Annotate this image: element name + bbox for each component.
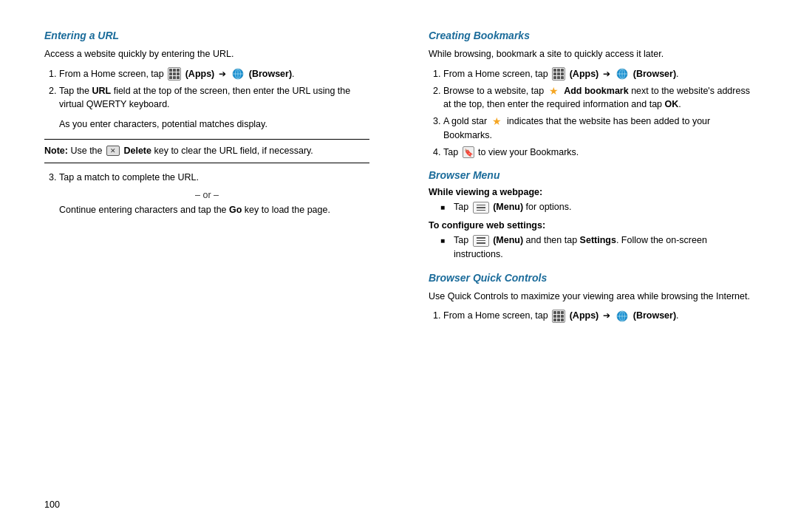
note-box: Note: Use the ✕ Delete key to clear the … xyxy=(44,139,369,163)
apps-icon-1 xyxy=(168,67,181,81)
delete-icon: ✕ xyxy=(106,146,120,156)
apps-label-1: (Apps) xyxy=(185,69,215,79)
configure-web-bullets: Tap (Menu) and then tap Settings. Follow… xyxy=(429,233,754,262)
left-column: Entering a URL Access a website quickly … xyxy=(44,30,384,492)
globe-icon-3 xyxy=(615,310,629,323)
while-viewing-heading: While viewing a webpage: xyxy=(429,187,754,197)
section-entering-url: Entering a URL Access a website quickly … xyxy=(44,30,369,217)
apps-label-3: (Apps) xyxy=(570,310,599,321)
step-1-text: From a Home screen, tap (Apps) ➔ xyxy=(59,69,295,79)
menu-label-1: (Menu) xyxy=(493,202,523,212)
arrow-2: ➔ xyxy=(603,69,610,79)
browser-quick-controls-intro: Use Quick Controls to maximize your view… xyxy=(429,290,754,304)
arrow-1: ➔ xyxy=(219,69,226,79)
note-label: Note: xyxy=(44,146,68,156)
step-3-text: Tap a match to complete the URL. xyxy=(59,172,199,183)
globe-icon-1 xyxy=(231,67,245,81)
menu-lines-2 xyxy=(477,237,485,244)
page-number: 100 xyxy=(44,499,754,510)
step-2: Tap the URL field at the top of the scre… xyxy=(59,84,369,112)
creating-bookmarks-intro: While browsing, bookmark a site to quick… xyxy=(429,47,754,61)
arrow-3: ➔ xyxy=(603,310,610,321)
step-1: From a Home screen, tap (Apps) ➔ xyxy=(59,67,369,81)
bm-step-2: Browse to a website, tap ★ Add bookmark … xyxy=(443,84,754,112)
entering-url-title: Entering a URL xyxy=(44,30,369,41)
step-2-extra: As you enter characters, potential match… xyxy=(59,117,369,132)
bookmarks-steps: From a Home screen, tap (Apps) ➔ xyxy=(429,67,754,160)
apps-grid-2 xyxy=(553,69,564,79)
delete-label: Delete xyxy=(123,146,151,156)
step-3: Tap a match to complete the URL. xyxy=(59,171,369,185)
star-icon-1: ★ xyxy=(548,85,560,97)
creating-bookmarks-title: Creating Bookmarks xyxy=(429,30,754,41)
apps-icon-2 xyxy=(552,67,565,81)
settings-bold: Settings xyxy=(580,235,616,245)
step-2-text: Tap the URL field at the top of the scre… xyxy=(59,86,350,110)
while-viewing-bullet-1: Tap (Menu) for options. xyxy=(440,200,754,214)
section-creating-bookmarks: Creating Bookmarks While browsing, bookm… xyxy=(429,30,754,159)
while-viewing-bullets: Tap (Menu) for options. xyxy=(429,200,754,214)
configure-web-bullet-1: Tap (Menu) and then tap Settings. Follow… xyxy=(440,233,754,262)
browser-label-3: (Browser) xyxy=(633,310,676,321)
continue-text: Continue entering characters and tap the… xyxy=(59,203,369,217)
star-icon-2: ★ xyxy=(491,116,503,128)
bm-step-2-text: Browse to a website, tap ★ Add bookmark … xyxy=(443,86,750,110)
ok-bold: OK xyxy=(665,99,679,109)
entering-url-steps: From a Home screen, tap (Apps) ➔ xyxy=(44,67,369,112)
menu-icon-2 xyxy=(473,235,489,247)
bm-step-4-text: Tap 🔖 to view your Bookmarks. xyxy=(443,147,579,157)
section-browser-menu: Browser Menu While viewing a webpage: Ta… xyxy=(429,169,754,261)
qc-step-1: From a Home screen, tap (Apps) ➔ xyxy=(443,309,754,323)
browser-label-2: (Browser) xyxy=(633,69,676,79)
while-viewing-bullet-1-text: Tap (Menu) for options. xyxy=(454,200,571,214)
content-columns: Entering a URL Access a website quickly … xyxy=(44,30,754,492)
url-bold: URL xyxy=(92,86,111,96)
bm-step-1: From a Home screen, tap (Apps) ➔ xyxy=(443,67,754,81)
go-bold: Go xyxy=(229,205,242,215)
section-browser-quick-controls: Browser Quick Controls Use Quick Control… xyxy=(429,272,754,324)
bm-step-4: Tap 🔖 to view your Bookmarks. xyxy=(443,146,754,160)
apps-grid-1 xyxy=(169,69,180,79)
page-container: Entering a URL Access a website quickly … xyxy=(0,0,798,532)
bm-step-3-text: A gold star ★ indicates that the website… xyxy=(443,116,710,140)
configure-web-heading: To configure web settings: xyxy=(429,220,754,231)
bm-step-3: A gold star ★ indicates that the website… xyxy=(443,115,754,143)
browser-label-1: (Browser) xyxy=(249,69,292,79)
bm-step-1-text: From a Home screen, tap (Apps) ➔ xyxy=(443,69,679,79)
configure-web-bullet-1-text: Tap (Menu) and then tap Settings. Follow… xyxy=(454,233,754,262)
menu-icon-1 xyxy=(473,202,489,214)
apps-icon-3 xyxy=(552,310,565,323)
menu-lines-1 xyxy=(477,205,485,211)
quick-controls-steps: From a Home screen, tap (Apps) ➔ xyxy=(429,309,754,323)
right-column: Creating Bookmarks While browsing, bookm… xyxy=(414,30,754,492)
or-text: – or – xyxy=(44,190,369,200)
note-text: Note: Use the ✕ Delete key to clear the … xyxy=(44,144,369,158)
bookmark-icon: 🔖 xyxy=(463,146,474,158)
browser-quick-controls-title: Browser Quick Controls xyxy=(429,272,754,284)
apps-grid-3 xyxy=(553,311,564,321)
entering-url-step3-list: Tap a match to complete the URL. xyxy=(44,171,369,185)
globe-icon-2 xyxy=(615,67,629,81)
entering-url-intro: Access a website quickly by entering the… xyxy=(44,47,369,61)
apps-label-2: (Apps) xyxy=(570,69,599,79)
menu-label-2: (Menu) xyxy=(493,235,523,245)
qc-step-1-text: From a Home screen, tap (Apps) ➔ xyxy=(443,310,679,321)
add-bookmark-bold: Add bookmark xyxy=(564,86,629,96)
browser-menu-title: Browser Menu xyxy=(429,169,754,181)
